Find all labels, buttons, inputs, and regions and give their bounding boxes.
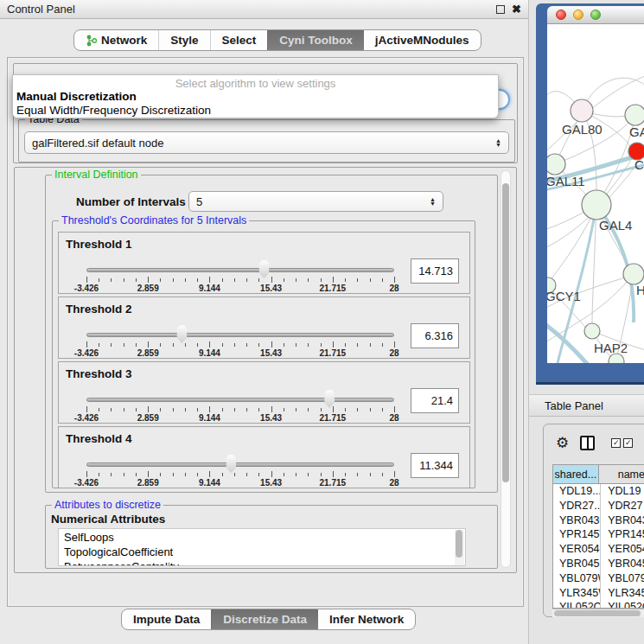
threshold-1-value-field[interactable]: 14.713: [411, 258, 459, 284]
table-cell[interactable]: YDR27...: [553, 499, 601, 513]
tab-label: Discretize Data: [223, 613, 307, 626]
close-icon[interactable]: ✖: [512, 5, 521, 14]
combo-spinner-icon: ▲▼: [490, 138, 501, 147]
tab-select[interactable]: Select: [210, 30, 268, 50]
table-row[interactable]: YER054CYER054C: [553, 542, 644, 557]
table-cell[interactable]: YDL19...: [553, 484, 601, 499]
network-node[interactable]: [582, 190, 611, 220]
slider-track[interactable]: [86, 333, 394, 337]
threshold-3-label: Threshold 3: [66, 367, 132, 380]
table-toolbar: ⚙ ✓ ✓: [544, 430, 644, 456]
threshold-2-value-field[interactable]: 6.316: [411, 323, 459, 348]
tab-label: Style: [170, 34, 198, 47]
table-cell[interactable]: YIL052C: [601, 600, 644, 609]
tab-label: jActiveMNodules: [375, 34, 469, 47]
tab-cyni-toolbox[interactable]: Cyni Toolbox: [267, 30, 364, 50]
table-row[interactable]: YIL052CYIL052C: [553, 600, 644, 609]
top-tab-bar: Network Style Select Cyni Toolbox jActiv…: [73, 29, 481, 51]
network-node[interactable]: [584, 323, 600, 339]
threshold-3-panel: Threshold 3 -3.4262.8599.14415.4321.7152…: [58, 361, 470, 424]
table-data-combo[interactable]: galFiltered.sif default node ▲▼: [24, 131, 509, 154]
table-cell[interactable]: YER054C: [601, 542, 644, 557]
table-cell[interactable]: YDL19: [601, 484, 644, 499]
table-cell[interactable]: YBR045C: [601, 557, 644, 571]
network-node-label: GAL11: [547, 174, 585, 188]
attribute-item[interactable]: BetweennessCentrality: [64, 559, 465, 566]
dropdown-option-manual[interactable]: Manual Discretization: [13, 90, 498, 104]
table-cell[interactable]: YPR145W: [601, 527, 644, 542]
node-table[interactable]: shared... name YDL19...YDL19YDR27...YDR2…: [552, 464, 644, 609]
threshold-4-value-field[interactable]: 11.344: [411, 453, 459, 478]
table-row[interactable]: YDL19...YDL19: [553, 484, 644, 499]
table-cell[interactable]: YER054C: [553, 542, 601, 557]
thresholds-box: Threshold's Coordinates for 5 Intervals …: [52, 220, 475, 488]
threshold-1-panel: Threshold 1 -3.4262.8599.14415.4321.7152…: [58, 232, 470, 294]
network-node[interactable]: [625, 105, 644, 125]
network-window-titlebar[interactable]: [547, 6, 644, 24]
checkbox-icon[interactable]: ✓: [623, 438, 633, 448]
table-row[interactable]: YBL079WYBL079W: [553, 571, 644, 586]
table-row[interactable]: YPR145WYPR145W: [553, 527, 644, 542]
threshold-4-panel: Threshold 4 -3.4262.8599.14415.4321.7152…: [58, 426, 470, 488]
attribute-item[interactable]: SelfLoops: [64, 530, 465, 545]
table-horizontal-scrollbar[interactable]: [552, 609, 644, 617]
gear-icon[interactable]: ⚙: [556, 436, 569, 450]
bottom-tab-bar: Impute Data Discretize Data Infer Networ…: [121, 609, 416, 630]
numerical-attributes-list[interactable]: SelfLoopsTopologicalCoefficientBetweenne…: [58, 528, 466, 566]
table-row[interactable]: YBR043CYBR043C: [553, 513, 644, 528]
threshold-3-slider[interactable]: -3.4262.8599.14415.4321.71528: [86, 395, 394, 421]
threshold-2-slider[interactable]: -3.4262.8599.14415.4321.71528: [86, 330, 394, 356]
table-cell[interactable]: YBL079W: [553, 571, 601, 586]
table-data-box: Table Data galFiltered.sif default node …: [18, 119, 515, 163]
slider-tick-labels: -3.4262.8599.14415.4321.71528: [86, 413, 394, 424]
threshold-1-slider[interactable]: -3.4262.8599.14415.4321.71528: [86, 265, 394, 291]
threshold-4-slider[interactable]: -3.4262.8599.14415.4321.71528: [86, 460, 394, 486]
table-cell[interactable]: YDR27: [601, 499, 644, 513]
column-header-shared[interactable]: shared...: [553, 465, 599, 484]
tab-discretize-data[interactable]: Discretize Data: [211, 609, 318, 629]
slider-track[interactable]: [86, 462, 394, 467]
threshold-3-value-field[interactable]: 21.4: [411, 388, 459, 413]
slider-tick-labels: -3.4262.8599.14415.4321.71528: [86, 478, 394, 488]
table-cell[interactable]: YBR045C: [553, 557, 601, 571]
tab-style[interactable]: Style: [158, 30, 209, 50]
float-window-icon[interactable]: [496, 5, 505, 14]
table-cell[interactable]: YBR043C: [553, 513, 601, 528]
number-of-intervals-value: 5: [196, 195, 202, 208]
checkbox-icon[interactable]: ✓: [611, 438, 621, 448]
tab-jactivemnodules[interactable]: jActiveMNodules: [364, 30, 481, 50]
table-panel-bar[interactable]: Table Panel: [529, 394, 644, 417]
minimize-traffic-icon[interactable]: [573, 10, 583, 20]
dropdown-option-equal-width[interactable]: Equal Width/Frequency Discretization: [13, 104, 498, 118]
table-row[interactable]: YLR345WYLR345W: [553, 586, 644, 601]
network-node[interactable]: [623, 264, 644, 284]
number-of-intervals-combo[interactable]: 5 ▲▼: [188, 191, 443, 212]
settings-scrollbar[interactable]: [501, 170, 511, 568]
attributes-scrollbar[interactable]: [455, 530, 464, 566]
table-row[interactable]: YDR27...YDR27: [553, 499, 644, 513]
table-cell[interactable]: YLR345W: [553, 586, 601, 601]
network-node[interactable]: [571, 99, 593, 122]
close-traffic-icon[interactable]: [556, 10, 566, 20]
column-header-name[interactable]: name: [599, 465, 644, 484]
table-cell[interactable]: YPR145W: [553, 527, 601, 542]
zoom-traffic-icon[interactable]: [590, 10, 601, 20]
slider-track[interactable]: [86, 268, 394, 272]
slider-track[interactable]: [86, 398, 394, 402]
interval-definition-label: Interval Definition: [52, 169, 141, 181]
table-cell[interactable]: YLR345W: [601, 586, 644, 601]
table-cell[interactable]: YBL079W: [601, 571, 644, 586]
network-node[interactable]: [547, 154, 565, 175]
tab-infer-network[interactable]: Infer Network: [318, 609, 415, 629]
attribute-item[interactable]: TopologicalCoefficient: [64, 545, 465, 559]
table-body: YDL19...YDL19YDR27...YDR27YBR043CYBR043C…: [553, 484, 644, 609]
panel-title: Control Panel: [7, 3, 75, 16]
table-row[interactable]: YBR045CYBR045C: [553, 557, 644, 571]
tab-network[interactable]: Network: [74, 30, 158, 50]
table-cell[interactable]: YIL052C: [553, 600, 601, 609]
tab-impute-data[interactable]: Impute Data: [122, 609, 211, 629]
split-columns-icon[interactable]: [580, 436, 595, 450]
network-canvas[interactable]: GAL80GACGAL11GAL4GCY1HHAP2: [547, 24, 644, 363]
table-cell[interactable]: YBR043C: [601, 513, 644, 528]
network-node-label: GAL4: [599, 218, 632, 233]
